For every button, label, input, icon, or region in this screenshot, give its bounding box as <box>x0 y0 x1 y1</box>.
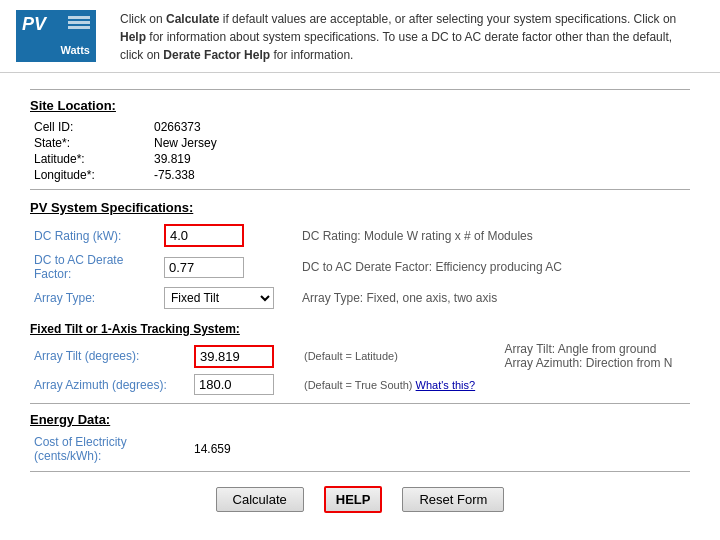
pv-system-table: DC Rating (kW): DC Rating: Module W rati… <box>30 221 690 312</box>
tilt-input-cell <box>190 340 300 372</box>
latitude-label: Latitude*: <box>30 151 150 167</box>
derate-desc: DC to AC Derate Factor: Efficiency produ… <box>290 250 690 284</box>
latitude-row: Latitude*: 39.819 <box>30 151 690 167</box>
cell-id-value: 0266373 <box>150 119 690 135</box>
dc-rating-label: DC Rating (kW): <box>30 221 160 250</box>
cost-label: Cost of Electricity (cents/kWh): <box>30 433 190 465</box>
site-location-table: Cell ID: 0266373 State*: New Jersey Lati… <box>30 119 690 183</box>
tracking-table: Array Tilt (degrees): (Default = Latitud… <box>30 340 690 397</box>
state-label: State*: <box>30 135 150 151</box>
calculate-bold: Calculate <box>166 12 219 26</box>
pv-system-title: PV System Specifications: <box>30 200 690 215</box>
azimuth-row: Array Azimuth (degrees): (Default = True… <box>30 372 690 397</box>
logo-area: PV Watts <box>16 10 106 62</box>
array-type-select-cell: Fixed Tilt 1-Axis Tracking 2-Axis Tracki… <box>160 284 290 312</box>
azimuth-note-cell: (Default = True South) What's this? <box>300 372 492 397</box>
logo-panel-lines <box>68 16 90 29</box>
longitude-value: -75.338 <box>150 167 690 183</box>
header-instructions: Click on Calculate if default values are… <box>120 10 680 64</box>
reset-button[interactable]: Reset Form <box>402 487 504 512</box>
bottom-buttons: Calculate HELP Reset Form <box>30 486 690 523</box>
page-header: PV Watts Click on Calculate if default v… <box>0 0 720 73</box>
array-type-row: Array Type: Fixed Tilt 1-Axis Tracking 2… <box>30 284 690 312</box>
tracking-section: Fixed Tilt or 1-Axis Tracking System: Ar… <box>30 322 690 397</box>
azimuth-input[interactable] <box>194 374 274 395</box>
section-divider-2 <box>30 403 690 404</box>
derate-bold: Derate Factor Help <box>163 48 270 62</box>
cost-value: 14.659 <box>190 433 690 465</box>
energy-section: Energy Data: Cost of Electricity (cents/… <box>30 412 690 465</box>
array-type-label: Array Type: <box>30 284 160 312</box>
tilt-desc: Array Tilt: Angle from ground Array Azim… <box>492 340 690 372</box>
tilt-default-note: (Default = Latitude) <box>300 340 492 372</box>
tracking-title: Fixed Tilt or 1-Axis Tracking System: <box>30 322 690 336</box>
dc-rating-desc: DC Rating: Module W rating x # of Module… <box>290 221 690 250</box>
state-value: New Jersey <box>150 135 690 151</box>
array-type-desc: Array Type: Fixed, one axis, two axis <box>290 284 690 312</box>
pv-system-section: PV System Specifications: DC Rating (kW)… <box>30 200 690 312</box>
top-divider <box>30 89 690 90</box>
whats-this-link[interactable]: What's this? <box>416 379 476 391</box>
derate-row: DC to AC Derate Factor: DC to AC Derate … <box>30 250 690 284</box>
help-bold: Help <box>120 30 146 44</box>
dc-rating-row: DC Rating (kW): DC Rating: Module W rati… <box>30 221 690 250</box>
tilt-row: Array Tilt (degrees): (Default = Latitud… <box>30 340 690 372</box>
logo: PV Watts <box>16 10 96 62</box>
derate-input[interactable] <box>164 257 244 278</box>
state-row: State*: New Jersey <box>30 135 690 151</box>
longitude-label: Longitude*: <box>30 167 150 183</box>
dc-rating-input[interactable] <box>164 224 244 247</box>
tilt-input[interactable] <box>194 345 274 368</box>
tilt-label: Array Tilt (degrees): <box>30 340 190 372</box>
azimuth-label: Array Azimuth (degrees): <box>30 372 190 397</box>
array-type-select[interactable]: Fixed Tilt 1-Axis Tracking 2-Axis Tracki… <box>164 287 274 309</box>
cell-id-row: Cell ID: 0266373 <box>30 119 690 135</box>
calculate-button[interactable]: Calculate <box>216 487 304 512</box>
latitude-value: 39.819 <box>150 151 690 167</box>
azimuth-input-cell <box>190 372 300 397</box>
azimuth-desc-cell <box>492 372 690 397</box>
help-button[interactable]: HELP <box>324 486 383 513</box>
cost-row: Cost of Electricity (cents/kWh): 14.659 <box>30 433 690 465</box>
section-divider-1 <box>30 189 690 190</box>
derate-label: DC to AC Derate Factor: <box>30 250 160 284</box>
cell-id-label: Cell ID: <box>30 119 150 135</box>
energy-table: Cost of Electricity (cents/kWh): 14.659 <box>30 433 690 465</box>
site-location-title: Site Location: <box>30 98 690 113</box>
dc-rating-input-cell <box>160 221 290 250</box>
logo-pv-text: PV <box>22 14 46 35</box>
derate-input-cell <box>160 250 290 284</box>
main-content: Site Location: Cell ID: 0266373 State*: … <box>0 73 720 533</box>
longitude-row: Longitude*: -75.338 <box>30 167 690 183</box>
bottom-divider <box>30 471 690 472</box>
logo-walls-text: Watts <box>60 44 90 56</box>
energy-title: Energy Data: <box>30 412 690 427</box>
